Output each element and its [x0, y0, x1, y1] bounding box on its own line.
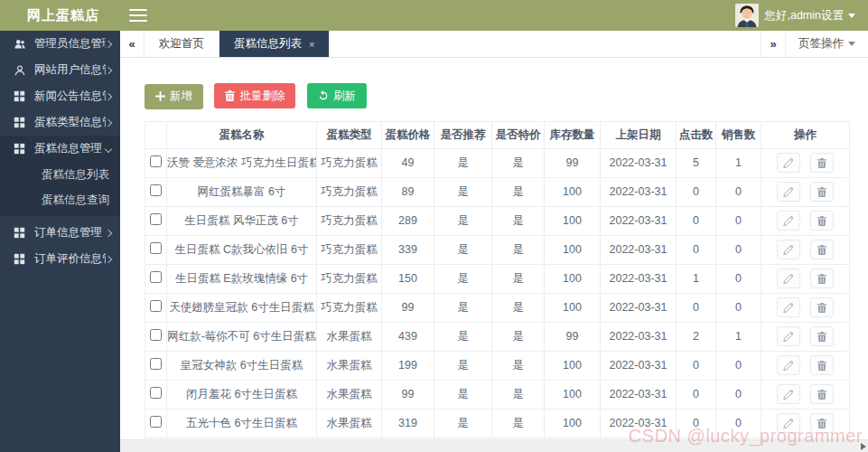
- batch-delete-button[interactable]: 批量删除: [214, 83, 295, 108]
- trash-icon: [817, 303, 826, 313]
- cell-recommended: 是: [434, 322, 492, 351]
- delete-button[interactable]: [810, 268, 834, 288]
- column-header: 蛋糕类型: [317, 121, 382, 148]
- delete-button[interactable]: [810, 355, 834, 375]
- cell-recommended: 是: [434, 351, 492, 380]
- sidebar-item-label: 管理员信息管理: [34, 36, 106, 52]
- delete-button[interactable]: [810, 413, 834, 433]
- cell-actions: [761, 177, 850, 206]
- row-checkbox[interactable]: [150, 271, 162, 283]
- refresh-button[interactable]: 刷新: [307, 83, 367, 108]
- grid-icon: [13, 252, 26, 266]
- column-header: 操作: [761, 121, 850, 148]
- edit-button[interactable]: [777, 268, 800, 288]
- tab-welcome[interactable]: 欢迎首页: [145, 31, 219, 57]
- delete-button[interactable]: [810, 153, 834, 173]
- cell-actions: [761, 264, 850, 293]
- column-header: 蛋糕名称: [167, 121, 317, 148]
- cell-recommended: 是: [434, 380, 492, 409]
- cell-date: 2022-03-31: [601, 409, 677, 438]
- row-checkbox[interactable]: [150, 416, 162, 428]
- tab-operations-label: 页签操作: [798, 36, 844, 52]
- delete-button[interactable]: [810, 326, 834, 346]
- sidebar-item-site-users[interactable]: 网站用户信息管理: [0, 57, 120, 83]
- pencil-icon: [783, 303, 793, 313]
- row-checkbox[interactable]: [150, 329, 162, 341]
- row-checkbox-cell: [145, 264, 167, 293]
- cell-special: 是: [492, 235, 545, 264]
- sidebar-subitem-cake-list[interactable]: 蛋糕信息列表: [0, 162, 120, 187]
- cell-cake-name: 皇冠女神款 6寸生日蛋糕: [167, 351, 317, 380]
- trash-icon: [817, 361, 826, 371]
- edit-button[interactable]: [777, 384, 800, 404]
- tab-cake-list[interactable]: 蛋糕信息列表 ×: [219, 31, 330, 57]
- edit-button[interactable]: [777, 355, 800, 375]
- cell-recommended: 是: [434, 148, 492, 177]
- delete-button[interactable]: [810, 297, 834, 317]
- cell-recommended: 是: [434, 177, 492, 206]
- row-checkbox[interactable]: [150, 387, 162, 399]
- delete-button[interactable]: [810, 182, 834, 202]
- edit-button[interactable]: [777, 211, 800, 231]
- app-header: 网上蛋糕店 您好,admin设置: [0, 0, 868, 31]
- edit-button[interactable]: [777, 240, 800, 259]
- row-checkbox[interactable]: [150, 213, 162, 225]
- tab-operations-dropdown[interactable]: 页签操作: [785, 31, 868, 57]
- cell-actions: [761, 322, 850, 351]
- cell-special: 是: [492, 351, 545, 380]
- cell-date: 2022-03-31: [601, 380, 677, 409]
- cell-recommended: 是: [434, 235, 492, 264]
- edit-button[interactable]: [777, 413, 800, 433]
- menu-toggle-icon[interactable]: [129, 9, 147, 22]
- delete-button[interactable]: [810, 211, 834, 231]
- pencil-icon: [783, 158, 793, 168]
- cell-cake-price: 150: [382, 264, 434, 293]
- horizontal-scrollbar[interactable]: [120, 439, 868, 452]
- row-checkbox[interactable]: [150, 155, 162, 167]
- table-row: 生日蛋糕 C款我心依旧 6寸 巧克力蛋糕 339 是 是 100 2022-03…: [145, 235, 850, 264]
- row-checkbox[interactable]: [150, 358, 162, 370]
- cell-sales: 0: [716, 177, 761, 206]
- cell-sales: 0: [716, 235, 761, 264]
- cell-cake-name: 网红蛋糕暴富 6寸: [167, 177, 317, 206]
- tabbar-spacer: [330, 31, 761, 57]
- cell-actions: [761, 235, 850, 264]
- edit-button[interactable]: [777, 182, 800, 202]
- edit-button[interactable]: [777, 153, 800, 173]
- cell-date: 2022-03-31: [601, 322, 677, 351]
- cell-stock: 100: [545, 264, 601, 293]
- row-checkbox[interactable]: [150, 300, 162, 312]
- sidebar-item-order-reviews[interactable]: 订单评价信息管理: [0, 246, 120, 272]
- cell-cake-price: 99: [382, 380, 434, 409]
- sidebar-item-orders[interactable]: 订单信息管理: [0, 220, 120, 246]
- cell-cake-type: 水果蛋糕: [317, 380, 382, 409]
- sidebar-item-cake-info[interactable]: 蛋糕信息管理: [0, 136, 120, 162]
- row-checkbox[interactable]: [150, 184, 162, 196]
- sidebar-subitem-cake-query[interactable]: 蛋糕信息查询: [0, 187, 120, 212]
- pencil-icon: [783, 361, 793, 371]
- edit-button[interactable]: [777, 297, 800, 317]
- close-icon[interactable]: ×: [309, 39, 314, 50]
- tabs-scroll-left-button[interactable]: «: [120, 31, 145, 57]
- column-header: 上架日期: [601, 121, 677, 148]
- cell-cake-price: 439: [382, 322, 434, 351]
- add-button[interactable]: 新增: [145, 84, 203, 109]
- sidebar-item-label: 订单信息管理: [34, 225, 106, 240]
- cell-recommended: 是: [434, 293, 492, 322]
- delete-button[interactable]: [810, 384, 834, 404]
- row-checkbox[interactable]: [150, 242, 162, 254]
- tab-label: 欢迎首页: [159, 36, 204, 52]
- sidebar-item-news[interactable]: 新闻公告信息管理: [0, 83, 120, 109]
- pencil-icon: [783, 245, 793, 255]
- user-menu[interactable]: 您好,admin设置: [735, 4, 868, 27]
- sidebar-item-admin-info[interactable]: 管理员信息管理: [0, 31, 120, 57]
- tabs-scroll-right-button[interactable]: »: [761, 31, 785, 57]
- cell-actions: [761, 206, 850, 235]
- cell-special: 是: [492, 409, 545, 438]
- edit-button[interactable]: [777, 326, 800, 346]
- cell-recommended: 是: [434, 264, 492, 293]
- delete-button[interactable]: [810, 240, 834, 259]
- trash-icon: [817, 274, 826, 284]
- sidebar-item-cake-types[interactable]: 蛋糕类型信息管理: [0, 109, 120, 136]
- header-checkbox-cell: [145, 121, 167, 148]
